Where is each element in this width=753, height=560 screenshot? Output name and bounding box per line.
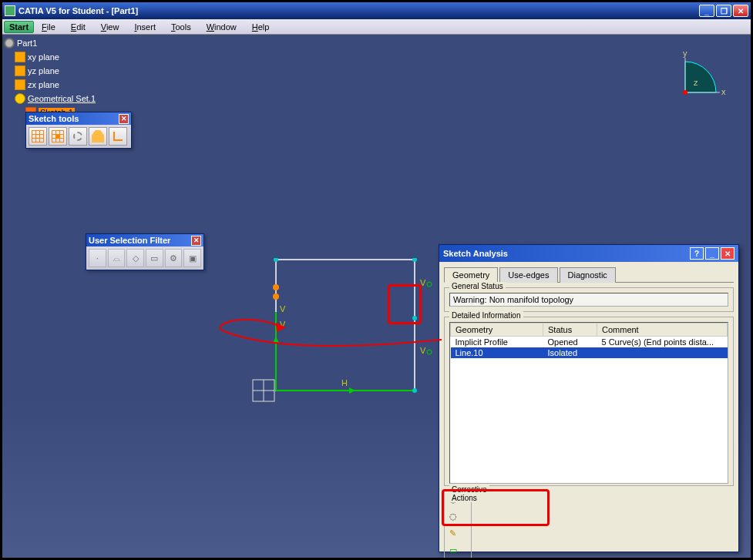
svg-text:H: H <box>341 378 348 387</box>
part-icon <box>4 38 15 49</box>
viewport-3d[interactable]: Part1 xy plane yz plane zx plane Geometr… <box>2 35 751 558</box>
y-axis-label: y <box>683 50 687 58</box>
svg-point-24 <box>683 90 687 95</box>
menu-tools[interactable]: Tools <box>163 21 199 33</box>
toolbar-title[interactable]: Sketch tools✕ <box>26 112 131 125</box>
tab-geometry[interactable]: Geometry <box>444 267 498 283</box>
menubar: Start File Edit View Insert Tools Window… <box>2 19 751 35</box>
detailed-info-group: Detailed Information Geometry Status Com… <box>444 317 734 486</box>
col-geometry[interactable]: Geometry <box>451 324 543 337</box>
toolbar-title[interactable]: User Selection Filter✕ <box>86 234 203 246</box>
svg-text:V: V <box>280 304 286 314</box>
corrective-actions-group: Corrective Actions ◌ ◌ ✎ ▭ ⚙ <box>444 491 472 560</box>
toolbar-close-button[interactable]: ✕ <box>191 236 201 246</box>
grid-button[interactable] <box>29 127 47 146</box>
corrective-btn-3[interactable]: ✎ <box>449 528 466 545</box>
tree-root[interactable]: Part1 <box>4 36 96 50</box>
dialog-help-button[interactable]: ? <box>690 247 704 260</box>
snap-button[interactable] <box>49 127 67 146</box>
point-icon: · <box>96 253 99 263</box>
plane-icon <box>15 52 25 62</box>
coord-icon <box>113 132 123 141</box>
tree-xy-plane[interactable]: xy plane <box>4 50 96 64</box>
svg-point-13 <box>273 284 279 290</box>
plane-icon <box>15 65 25 76</box>
menu-insert[interactable]: Insert <box>126 21 163 33</box>
maximize-button[interactable]: ❐ <box>716 5 731 17</box>
snap-icon <box>52 130 64 143</box>
dialog-titlebar[interactable]: Sketch Analysis ? _ ✕ <box>439 245 738 262</box>
tree-zx-plane[interactable]: zx plane <box>4 78 96 92</box>
coord-button[interactable] <box>109 127 127 146</box>
tree-geomset[interactable]: Geometrical Set.1 <box>4 92 96 106</box>
col-comment[interactable]: Comment <box>597 324 728 337</box>
compass-axis[interactable]: x y z <box>674 50 728 104</box>
svg-point-12 <box>427 350 432 354</box>
svg-marker-6 <box>273 337 279 343</box>
standard-button[interactable] <box>89 127 107 146</box>
tree-yz-plane[interactable]: yz plane <box>4 64 96 78</box>
menu-start[interactable]: Start <box>4 21 34 33</box>
menu-file[interactable]: File <box>34 21 63 33</box>
corrective-btn-2[interactable]: ◌ <box>449 511 466 528</box>
curve-icon: ⌓ <box>113 253 120 263</box>
construction-button[interactable] <box>69 127 87 146</box>
svg-text:V: V <box>420 278 426 287</box>
x-axis-label: x <box>721 87 726 96</box>
tab-diagnostic[interactable]: Diagnostic <box>560 267 616 283</box>
titlebar[interactable]: CATIA V5 for Student - [Part1] _ ❐ ✕ <box>2 2 751 19</box>
sketch-tools-toolbar[interactable]: Sketch tools✕ <box>25 112 132 149</box>
toolbar-close-button[interactable]: ✕ <box>119 114 129 124</box>
svg-point-14 <box>273 293 279 300</box>
volume-icon: ▭ <box>150 253 158 263</box>
menu-view[interactable]: View <box>93 21 127 33</box>
dialog-min-button[interactable]: _ <box>705 247 719 260</box>
svg-point-16 <box>412 258 417 262</box>
menu-help[interactable]: Help <box>244 21 277 33</box>
menu-edit[interactable]: Edit <box>63 21 93 33</box>
filter-surface-button[interactable]: ◇ <box>126 249 144 267</box>
hand-icon <box>92 130 104 143</box>
svg-marker-2 <box>349 387 355 394</box>
tab-use-edges[interactable]: Use-edges <box>499 267 557 283</box>
svg-text:V: V <box>420 346 426 355</box>
svg-point-18 <box>412 316 417 320</box>
minimize-button[interactable]: _ <box>699 5 714 17</box>
svg-point-11 <box>427 282 432 287</box>
table-row[interactable]: Implicit Profile Opened 5 Curve(s) (End … <box>451 337 728 348</box>
svg-point-17 <box>412 388 417 393</box>
all-icon: ▣ <box>189 253 197 263</box>
close-profile-icon: ◌ <box>449 511 457 521</box>
app-icon <box>5 5 15 16</box>
window-title: CATIA V5 for Student - [Part1] <box>18 6 699 15</box>
grid-icon <box>32 130 44 143</box>
geomset-icon <box>15 93 25 104</box>
svg-rect-0 <box>276 260 415 391</box>
filter-curve-button[interactable]: ⌓ <box>108 249 126 267</box>
dialog-tabs: Geometry Use-edges Diagnostic <box>444 267 734 283</box>
general-status-text: Warning: Non manifold topology <box>449 293 728 307</box>
detail-table[interactable]: Geometry Status Comment Implicit Profile… <box>449 322 728 484</box>
erase-icon: ✎ <box>449 528 456 538</box>
selection-filter-toolbar[interactable]: User Selection Filter✕ · ⌓ ◇ ▭ ⚙ ▣ <box>86 233 204 270</box>
plane-icon <box>15 79 25 90</box>
close-button[interactable]: ✕ <box>733 5 748 17</box>
svg-point-15 <box>274 258 278 262</box>
general-status-group: General Status Warning: Non manifold top… <box>444 287 734 312</box>
col-status[interactable]: Status <box>543 324 597 337</box>
spec-tree[interactable]: Part1 xy plane yz plane zx plane Geometr… <box>2 35 97 121</box>
filter-all-button[interactable]: ▣ <box>183 249 201 267</box>
sketch-analysis-dialog[interactable]: Sketch Analysis ? _ ✕ Geometry Use-edges… <box>439 244 739 552</box>
construction-icon <box>73 132 82 141</box>
filter-point-button[interactable]: · <box>89 249 106 267</box>
menu-window[interactable]: Window <box>199 21 244 33</box>
hide-icon: ▭ <box>449 545 457 555</box>
dialog-close-button[interactable]: ✕ <box>721 247 735 260</box>
sketch-geometry[interactable]: H H V V V V <box>249 258 442 435</box>
surface-icon: ◇ <box>133 253 139 263</box>
filter-feature-button[interactable]: ⚙ <box>165 249 183 267</box>
filter-volume-button[interactable]: ▭ <box>146 249 163 267</box>
feature-icon: ⚙ <box>170 253 177 263</box>
table-row-selected[interactable]: Line.10 Isolated <box>451 347 728 358</box>
corrective-btn-4[interactable]: ▭ <box>449 545 466 560</box>
